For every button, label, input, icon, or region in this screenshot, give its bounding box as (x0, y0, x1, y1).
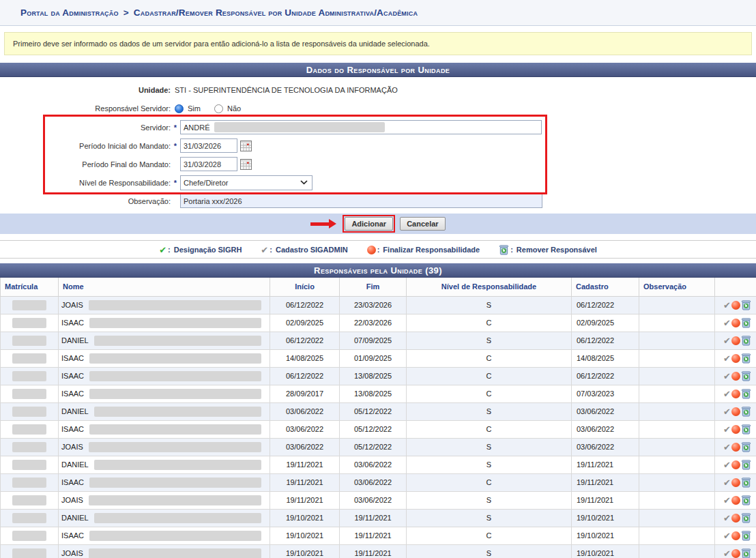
remover-responsavel-trash-icon[interactable] (741, 388, 751, 399)
nome-text: DANIEL (61, 336, 89, 344)
matricula-redacted-block (12, 513, 46, 523)
finalizar-responsabilidade-icon[interactable] (731, 478, 740, 487)
remover-responsavel-trash-icon[interactable] (741, 441, 751, 452)
observacao-cell (639, 296, 715, 314)
fim-cell: 13/08/2025 (340, 367, 407, 385)
finalizar-responsabilidade-icon[interactable] (731, 301, 740, 310)
nivel-cell: C (407, 367, 572, 385)
fim-cell: 19/11/2021 (340, 509, 407, 527)
calendar-icon[interactable] (240, 141, 252, 151)
remover-responsavel-trash-icon[interactable] (741, 299, 751, 310)
legend-colon: : (168, 246, 171, 254)
remover-responsavel-trash-icon[interactable] (741, 495, 751, 505)
nivel-cell: C (407, 420, 572, 438)
matricula-cell (1, 296, 59, 314)
remover-responsavel-trash-icon[interactable] (741, 530, 751, 541)
finalizar-responsabilidade-icon[interactable] (731, 407, 740, 416)
cadastro-cell: 19/10/2021 (572, 509, 639, 527)
remover-responsavel-trash-icon[interactable] (741, 477, 751, 488)
nome-cell: DANIEL (59, 509, 270, 527)
observacao-input[interactable]: Portaria xxx/2026 (180, 194, 542, 208)
legend-label: Finalizar Responsabilidade (383, 246, 480, 254)
finalizar-responsabilidade-icon[interactable] (731, 549, 740, 558)
actions-cell: ✔ (715, 527, 756, 544)
radio-sim[interactable] (175, 104, 184, 113)
breadcrumb-root-link[interactable]: Portal da Administração (20, 8, 119, 18)
matricula-cell (1, 332, 59, 349)
nivel-cell: C (407, 385, 572, 402)
info-message-text: Primeiro deve ser informado os dados de … (13, 40, 430, 48)
matricula-redacted-block (12, 389, 46, 399)
observacao-cell (639, 527, 715, 544)
col-observacao: Observação (639, 278, 715, 296)
cadastro-cell: 03/06/2022 (572, 402, 639, 420)
matricula-redacted-block (12, 336, 46, 346)
trash-icon (499, 244, 509, 255)
periodo-final-input[interactable]: 31/03/2028 (180, 157, 237, 171)
finalizar-responsabilidade-icon[interactable] (731, 514, 740, 523)
actions-cell: ✔ (715, 385, 756, 402)
cadastro-cell: 19/10/2021 (572, 544, 639, 558)
table-row: ISAAC 14/08/2025 01/09/2025 C 14/08/2025… (1, 349, 756, 367)
unidade-value: STI - SUPERINTENDÊNCIA DE TECNOLOGIA DA … (175, 86, 398, 94)
cadastro-cell: 19/11/2021 (572, 491, 639, 509)
annotation-button-box: Adicionar (343, 215, 395, 233)
finalizar-responsabilidade-icon[interactable] (731, 319, 740, 327)
remover-responsavel-trash-icon[interactable] (741, 353, 751, 364)
finalizar-responsabilidade-icon[interactable] (731, 372, 740, 381)
calendar-icon[interactable] (240, 159, 252, 170)
remover-responsavel-trash-icon[interactable] (741, 406, 751, 417)
actions-cell: ✔ (715, 296, 756, 314)
nivel-select[interactable]: Chefe/Diretor (180, 175, 312, 190)
finalizar-responsabilidade-icon[interactable] (731, 531, 740, 540)
breadcrumb-separator: > (123, 8, 129, 18)
check-gray-icon: ✔ (723, 478, 731, 487)
matricula-cell (1, 420, 59, 438)
matricula-redacted-block (12, 478, 46, 488)
remover-responsavel-trash-icon[interactable] (741, 424, 751, 435)
servidor-input[interactable]: ANDRÉ (180, 120, 542, 134)
finalizar-responsabilidade-icon[interactable] (731, 336, 740, 345)
cadastro-cell: 19/10/2021 (572, 527, 639, 544)
table-body: JOAIS 06/12/2022 23/03/2026 S 06/12/2022… (1, 296, 756, 558)
finalizar-responsabilidade-icon[interactable] (731, 443, 740, 452)
nome-redacted-block (89, 531, 261, 541)
nome-redacted-block (89, 424, 261, 435)
finalizar-responsabilidade-icon[interactable] (731, 390, 740, 398)
nome-redacted-block (89, 442, 261, 452)
cadastro-cell: 06/12/2022 (572, 296, 639, 314)
finalizar-responsabilidade-icon[interactable] (731, 496, 740, 505)
adicionar-button[interactable]: Adicionar (345, 217, 393, 231)
radio-nao[interactable] (214, 104, 223, 113)
servidor-redacted-block (214, 122, 385, 132)
periodo-inicial-input[interactable]: 31/03/2026 (180, 138, 237, 153)
finalizar-responsabilidade-icon[interactable] (731, 354, 740, 363)
remover-responsavel-trash-icon[interactable] (741, 512, 751, 523)
nome-redacted-block (89, 353, 261, 364)
actions-cell: ✔ (715, 420, 756, 438)
finalizar-responsabilidade-icon[interactable] (731, 425, 740, 434)
info-message-box: Primeiro deve ser informado os dados de … (4, 32, 752, 55)
nome-text: ISAAC (61, 319, 84, 327)
finalizar-responsabilidade-icon[interactable] (731, 460, 740, 469)
observacao-value: Portaria xxx/2026 (184, 197, 242, 205)
remover-responsavel-trash-icon[interactable] (741, 370, 751, 381)
nome-redacted-block (89, 300, 261, 310)
fim-cell: 03/06/2022 (340, 456, 407, 473)
nivel-cell: C (407, 527, 572, 544)
table-row: JOAIS 06/12/2022 23/03/2026 S 06/12/2022… (1, 296, 756, 314)
remover-responsavel-trash-icon[interactable] (741, 548, 751, 558)
remover-responsavel-trash-icon[interactable] (741, 317, 751, 328)
inicio-cell: 19/10/2021 (270, 509, 340, 527)
remover-responsavel-trash-icon[interactable] (741, 335, 751, 346)
remover-responsavel-trash-icon[interactable] (741, 459, 751, 470)
nome-cell: JOAIS (59, 544, 270, 558)
inicio-cell: 03/06/2022 (270, 438, 340, 456)
table-row: JOAIS 03/06/2022 05/12/2022 S 03/06/2022… (1, 438, 756, 456)
legend-label: Remover Responsável (517, 246, 597, 254)
fim-cell: 23/03/2026 (340, 296, 407, 314)
red-ball-icon (367, 246, 376, 254)
servidor-row: Servidor: * ANDRÉ (0, 118, 756, 136)
check-gray-icon: ✔ (723, 549, 731, 558)
cancelar-button[interactable]: Cancelar (400, 217, 445, 231)
